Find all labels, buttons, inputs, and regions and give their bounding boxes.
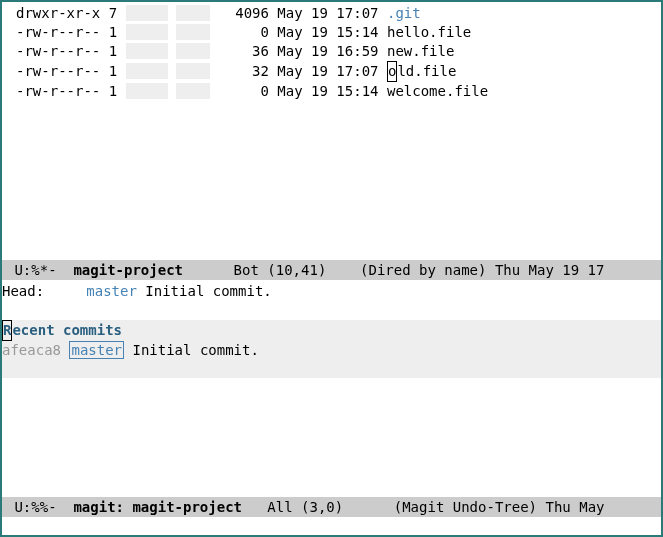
file-name: welcome.file: [387, 83, 488, 99]
permissions: -rw-r--r-- 1: [16, 43, 117, 59]
bottom-modeline: U:%%- magit: magit-project All (3,0) (Ma…: [2, 497, 661, 517]
date: May 19 15:14: [277, 24, 378, 40]
file-name: .git: [387, 5, 421, 21]
group: [176, 63, 210, 79]
size: 0: [218, 83, 269, 99]
dired-row[interactable]: -rw-r--r-- 1 0 May 19 15:14 hello.file: [16, 23, 661, 42]
dired-pane[interactable]: drwxr-xr-x 7 4096 May 19 17:07 .git-rw-r…: [2, 2, 661, 260]
heading-rest: ecent commits: [12, 322, 122, 338]
owner: [126, 43, 168, 59]
permissions: -rw-r--r-- 1: [16, 63, 117, 79]
file-name: new.file: [387, 43, 454, 59]
size: 4096: [218, 5, 269, 21]
group: [176, 24, 210, 40]
file-name: old.file: [387, 63, 456, 79]
date: May 19 17:07: [277, 5, 378, 21]
modeline-mode: (Dired by name): [360, 262, 486, 278]
owner: [126, 5, 168, 21]
head-branch: master: [86, 283, 137, 299]
group: [176, 43, 210, 59]
magit-head-line: Head: master Initial commit.: [2, 282, 661, 301]
dired-row[interactable]: -rw-r--r-- 1 32 May 19 17:07 old.file: [16, 61, 661, 82]
recent-commits-heading[interactable]: Recent commits: [2, 320, 661, 341]
head-message: Initial commit.: [145, 283, 271, 299]
buffer-name: magit-project: [73, 262, 183, 278]
modeline-mode: (Magit Undo-Tree): [394, 499, 537, 515]
cursor: R: [2, 320, 12, 341]
commit-message: Initial commit.: [132, 342, 258, 358]
blank-line: [2, 301, 661, 320]
owner: [126, 24, 168, 40]
buffer-name: magit: magit-project: [73, 499, 242, 515]
dired-listing: drwxr-xr-x 7 4096 May 19 17:07 .git-rw-r…: [2, 4, 661, 100]
modeline-time: Thu May: [545, 499, 612, 515]
size: 32: [218, 63, 269, 79]
commit-line[interactable]: afeaca8 master Initial commit.: [2, 341, 661, 360]
dired-row[interactable]: -rw-r--r-- 1 36 May 19 16:59 new.file: [16, 42, 661, 61]
minibuffer[interactable]: [2, 517, 661, 535]
modeline-pos: Bot (10,41): [234, 262, 327, 278]
dired-row[interactable]: -rw-r--r-- 1 0 May 19 15:14 welcome.file: [16, 82, 661, 101]
blank-section-line: [2, 360, 661, 379]
size: 0: [218, 24, 269, 40]
permissions: drwxr-xr-x 7: [16, 5, 117, 21]
owner: [126, 63, 168, 79]
modeline-flags: U:%*-: [6, 262, 57, 278]
permissions: -rw-r--r-- 1: [16, 24, 117, 40]
size: 36: [218, 43, 269, 59]
top-modeline: U:%*- magit-project Bot (10,41) (Dired b…: [2, 260, 661, 280]
modeline-pos: All (3,0): [267, 499, 343, 515]
commit-hash: afeaca8: [2, 342, 61, 358]
cursor: o: [387, 61, 397, 82]
date: May 19 15:14: [277, 83, 378, 99]
modeline-flags: U:%%-: [6, 499, 57, 515]
head-label: Head:: [2, 283, 44, 299]
group: [176, 83, 210, 99]
file-name: hello.file: [387, 24, 471, 40]
modeline-time: Thu May 19 17: [495, 262, 605, 278]
permissions: -rw-r--r-- 1: [16, 83, 117, 99]
group: [176, 5, 210, 21]
date: May 19 16:59: [277, 43, 378, 59]
date: May 19 17:07: [277, 63, 378, 79]
dired-row[interactable]: drwxr-xr-x 7 4096 May 19 17:07 .git: [16, 4, 661, 23]
owner: [126, 83, 168, 99]
commit-branch: master: [69, 341, 124, 359]
magit-pane[interactable]: Head: master Initial commit. Recent comm…: [2, 280, 661, 378]
